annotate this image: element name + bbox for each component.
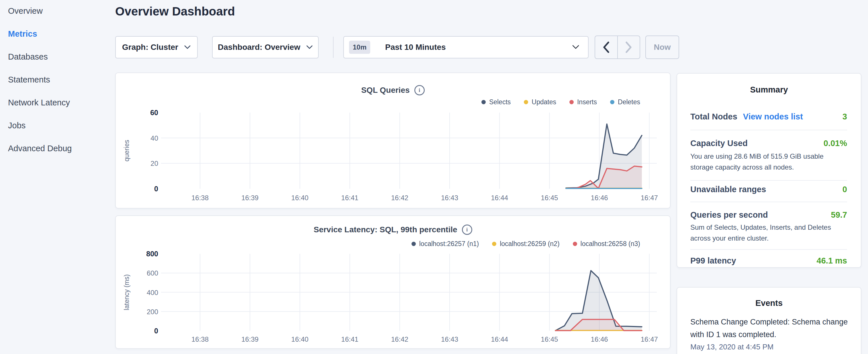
page-title: Overview Dashboard xyxy=(115,5,235,18)
y-tick-label: 60 xyxy=(150,108,158,117)
x-tick-label: 16:38 xyxy=(191,194,209,202)
summary-row-qps: Queries per second 59.7 xyxy=(690,208,847,222)
event-timestamp: May 13, 2020 at 4:45 PM xyxy=(690,343,774,351)
events-panel: Events Schema Change Completed: Schema c… xyxy=(677,287,861,354)
summary-title: Summary xyxy=(677,85,861,95)
graph-scope-dropdown-label: Graph: Cluster xyxy=(122,43,178,52)
chevron-right-icon xyxy=(625,41,632,53)
time-step-next-button[interactable] xyxy=(618,36,640,58)
time-range-label: Past 10 Minutes xyxy=(385,43,446,52)
graph-scope-dropdown[interactable]: Graph: Cluster xyxy=(115,36,198,58)
sidebar: Overview Metrics Databases Statements Ne… xyxy=(8,0,72,160)
summary-divider xyxy=(690,180,847,181)
x-tick-label: 16:44 xyxy=(491,194,508,202)
dashboard-dropdown-label: Dashboard: Overview xyxy=(218,43,300,52)
sidebar-item-statements[interactable]: Statements xyxy=(8,68,72,91)
x-tick-label: 16:38 xyxy=(191,335,209,343)
y-tick-label: 20 xyxy=(150,160,158,167)
x-tick-label: 16:39 xyxy=(241,335,258,343)
event-message[interactable]: Schema Change Completed: Schema change w… xyxy=(690,316,857,341)
x-tick-label: 16:47 xyxy=(641,335,658,343)
summary-divider xyxy=(690,202,847,202)
sidebar-item-advanced-debug[interactable]: Advanced Debug xyxy=(8,137,72,160)
y-tick-label: 0 xyxy=(154,185,158,193)
time-range-dropdown[interactable]: 10m Past 10 Minutes xyxy=(343,36,589,58)
sidebar-item-metrics[interactable]: Metrics xyxy=(8,22,72,45)
summary-divider xyxy=(690,249,847,250)
queries-per-second-label: Queries per second xyxy=(690,210,768,220)
admin-ui-root: Overview Metrics Databases Statements Ne… xyxy=(0,0,868,354)
time-step-buttons xyxy=(595,35,640,59)
capacity-used-description: You are using 28.6 MiB of 515.9 GiB usab… xyxy=(690,151,847,173)
p99-latency-value: 46.1 ms xyxy=(817,256,847,265)
summary-row-p99: P99 latency 46.1 ms xyxy=(690,254,847,267)
sql-queries-chart-card: SQL Queries i SelectsUpdatesInsertsDelet… xyxy=(115,72,671,208)
time-step-prev-button[interactable] xyxy=(595,36,618,58)
x-tick-label: 16:41 xyxy=(341,194,359,202)
service-latency-chart-card: Service Latency: SQL, 99th percentile i … xyxy=(115,215,671,349)
x-tick-label: 16:43 xyxy=(441,335,458,343)
chevron-down-icon xyxy=(184,45,191,50)
events-title: Events xyxy=(677,298,861,308)
x-tick-label: 16:47 xyxy=(641,194,658,202)
x-tick-label: 16:44 xyxy=(491,335,508,343)
sidebar-item-databases[interactable]: Databases xyxy=(8,45,72,68)
total-nodes-value: 3 xyxy=(842,112,847,122)
y-axis-label: queries xyxy=(123,140,130,161)
chevron-down-icon xyxy=(572,45,580,50)
x-tick-label: 16:40 xyxy=(291,194,308,202)
summary-row-total-nodes: Total Nodes View nodes list 3 xyxy=(690,110,847,123)
x-tick-label: 16:42 xyxy=(391,194,408,202)
y-tick-label: 600 xyxy=(147,269,158,277)
sidebar-item-jobs[interactable]: Jobs xyxy=(8,114,72,137)
x-tick-label: 16:41 xyxy=(341,335,359,343)
capacity-used-value: 0.01% xyxy=(824,139,847,148)
unavailable-ranges-value: 0 xyxy=(842,185,847,194)
x-tick-label: 16:43 xyxy=(441,194,458,202)
unavailable-ranges-label: Unavailable ranges xyxy=(690,185,766,194)
x-tick-label: 16:45 xyxy=(541,194,558,202)
x-tick-label: 16:42 xyxy=(391,335,408,343)
chevron-down-icon xyxy=(306,45,313,50)
service-latency-chart-canvas: 16:3816:3916:4016:4116:4216:4316:4416:45… xyxy=(116,216,671,349)
x-tick-label: 16:39 xyxy=(241,194,258,202)
queries-per-second-value: 59.7 xyxy=(831,210,847,220)
time-range-badge: 10m xyxy=(349,41,370,54)
sql-queries-chart-canvas: 16:3816:3916:4016:4116:4216:4316:4416:45… xyxy=(116,73,671,209)
p99-latency-label: P99 latency xyxy=(690,256,736,265)
x-tick-label: 16:45 xyxy=(541,335,558,343)
capacity-used-label: Capacity Used xyxy=(690,139,748,148)
y-tick-label: 400 xyxy=(147,289,158,296)
view-nodes-list-link[interactable]: View nodes list xyxy=(743,112,803,122)
y-tick-label: 800 xyxy=(146,250,158,258)
x-tick-label: 16:46 xyxy=(591,194,608,202)
y-tick-label: 200 xyxy=(147,308,158,316)
total-nodes-label: Total Nodes xyxy=(690,112,737,122)
x-tick-label: 16:40 xyxy=(291,335,308,343)
qps-description: Sum of Selects, Updates, Inserts, and De… xyxy=(690,222,847,244)
y-axis-label: latency (ms) xyxy=(123,275,130,310)
sidebar-item-network-latency[interactable]: Network Latency xyxy=(8,91,72,114)
summary-divider xyxy=(690,130,847,130)
chevron-left-icon xyxy=(602,41,610,53)
now-button[interactable]: Now xyxy=(645,35,679,59)
summary-panel: Summary Total Nodes View nodes list 3 Ca… xyxy=(677,73,861,268)
y-tick-label: 40 xyxy=(150,134,158,142)
y-tick-label: 0 xyxy=(154,327,158,335)
dashboard-dropdown[interactable]: Dashboard: Overview xyxy=(212,36,319,58)
summary-row-capacity: Capacity Used 0.01% xyxy=(690,136,847,150)
summary-row-unavailable-ranges: Unavailable ranges 0 xyxy=(690,183,847,196)
sidebar-item-overview[interactable]: Overview xyxy=(8,0,72,22)
x-tick-label: 16:46 xyxy=(591,335,608,343)
header-divider xyxy=(333,37,334,58)
